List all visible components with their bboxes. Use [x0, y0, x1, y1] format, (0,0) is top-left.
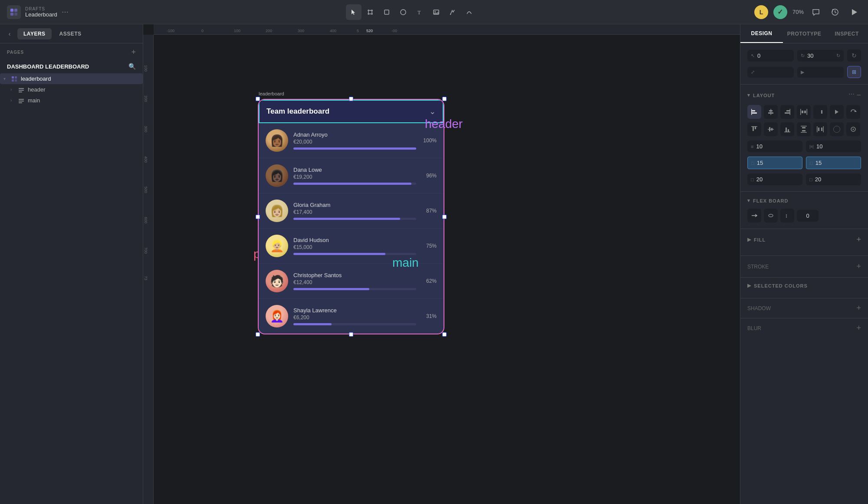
align-left[interactable]: [747, 105, 761, 119]
tab-inspect[interactable]: INSPECT: [825, 24, 868, 43]
tool-select[interactable]: [346, 4, 362, 20]
add-page-button[interactable]: +: [131, 48, 136, 57]
distribute-h[interactable]: [797, 105, 811, 119]
layers-tab[interactable]: LAYERS: [17, 28, 52, 39]
canvas-area[interactable]: -100 0 100 200 300 400 5 520 -00 100 200…: [143, 24, 740, 504]
distribute-v[interactable]: [813, 105, 827, 119]
layer-main[interactable]: › main: [0, 95, 143, 106]
handle-ml[interactable]: [256, 215, 260, 219]
leaderboard-card: Team leaderboard ⌄ 👩🏾 Adna: [258, 99, 444, 334]
layout-overflow[interactable]: [830, 122, 844, 136]
count-field[interactable]: |≡| 10: [806, 141, 861, 152]
handle-mr[interactable]: [442, 215, 447, 219]
leaderboard-row[interactable]: 👱🏼 David Hudson €15,000 75%: [259, 229, 444, 264]
tab-prototype[interactable]: PROTOTYPE: [783, 24, 825, 43]
history-button[interactable]: [828, 5, 842, 19]
gap-field[interactable]: ≡ 10: [747, 141, 802, 152]
pad-left-field[interactable]: □ 20: [806, 173, 861, 185]
leaderboard-row[interactable]: 👩🏿 Dana Lowe €19,200 96%: [259, 158, 444, 193]
handle-bm[interactable]: [349, 332, 353, 337]
position-row: ↖ 0 ↻ 30 ↻ ↻: [747, 49, 861, 62]
selected-colors-chevron: ▶: [747, 283, 751, 288]
align-refresh[interactable]: [846, 105, 860, 119]
assets-tab[interactable]: ASSETS: [53, 28, 88, 39]
y-field[interactable]: ↻ 30 ↻: [797, 50, 844, 62]
leaderboard-row[interactable]: 👩🏻‍🦰 Shayla Lawrence €6,200 31%: [259, 299, 444, 334]
fill-add-button[interactable]: +: [856, 235, 861, 244]
layer-leaderboard[interactable]: ▾ leaderboard: [0, 73, 143, 84]
svg-rect-42: [768, 129, 774, 130]
w-field[interactable]: ⤢: [747, 67, 794, 78]
row-3-bar-fill: [293, 218, 400, 220]
pad-bottom-field[interactable]: □ 20: [747, 173, 802, 185]
app-menu-button[interactable]: ⋯: [62, 8, 69, 16]
leaderboard-row[interactable]: 🧑🏻 Christopher Santos €12,400 62%: [259, 264, 444, 299]
tool-image[interactable]: [428, 4, 444, 20]
svg-rect-3: [14, 13, 17, 16]
leaderboard-frame[interactable]: leaderboard Team leaderboard: [258, 91, 444, 334]
stroke-add-button[interactable]: +: [856, 262, 861, 271]
user-avatar-1[interactable]: L: [754, 5, 768, 19]
pages-label[interactable]: PAGES: [7, 50, 24, 55]
page-dashboard[interactable]: DASHBOARD LEADERBOARD 🔍: [0, 59, 143, 73]
align-bottom[interactable]: [780, 122, 794, 136]
row-2-amount: €19,200: [293, 174, 416, 180]
svg-rect-44: [788, 129, 789, 132]
constrain-button[interactable]: ⊞: [847, 66, 861, 78]
flex-text-btn[interactable]: I: [780, 209, 794, 223]
layout-minus-icon[interactable]: −: [856, 91, 861, 100]
row-4-pct: 75%: [421, 243, 437, 249]
dist-col[interactable]: [813, 122, 827, 136]
flex-oval-btn[interactable]: [764, 209, 778, 223]
shadow-add-button[interactable]: +: [856, 304, 861, 313]
size-row: ⤢ ▶ ⊞: [747, 66, 861, 78]
svg-rect-21: [19, 102, 22, 103]
selected-colors-header[interactable]: ▶ SELECTED COLORS: [747, 283, 861, 288]
comment-button[interactable]: [809, 5, 823, 19]
flex-value[interactable]: 0: [797, 210, 819, 222]
padding-row-1: □ 15 □ 15: [747, 157, 861, 169]
tool-text[interactable]: T: [412, 4, 427, 20]
page-search-icon[interactable]: 🔍: [128, 63, 136, 70]
tool-ellipse[interactable]: [395, 4, 411, 20]
align-center-v[interactable]: [764, 122, 778, 136]
x-field[interactable]: ↖ 0: [747, 50, 794, 62]
svg-point-5: [401, 10, 406, 15]
layer-header[interactable]: › header: [0, 84, 143, 95]
zoom-control[interactable]: 70%: [792, 9, 804, 15]
card-header-dropdown-icon[interactable]: ⌄: [429, 107, 436, 116]
tool-rect[interactable]: [379, 4, 395, 20]
pad-right-field[interactable]: □ 15: [806, 157, 861, 169]
align-center-h[interactable]: [764, 105, 778, 119]
layout-row-2: [747, 122, 861, 136]
align-left-2[interactable]: [830, 105, 844, 119]
svg-point-9: [450, 13, 451, 14]
play-button[interactable]: [847, 5, 861, 19]
handle-bl[interactable]: [256, 332, 260, 337]
leaderboard-row[interactable]: 👩🏼 Gloria Graham €17,400 87%: [259, 193, 444, 229]
handle-tm[interactable]: [349, 97, 353, 101]
align-right[interactable]: [780, 105, 794, 119]
panel-back-button[interactable]: ‹: [3, 28, 16, 40]
svg-rect-30: [790, 109, 791, 115]
handle-tl[interactable]: [256, 97, 260, 101]
leaderboard-row[interactable]: 👩🏾 Adnan Arroyo €20,000 100%: [259, 123, 444, 158]
app-logo[interactable]: [7, 5, 21, 19]
user-avatar-2[interactable]: ✓: [773, 5, 787, 19]
handle-br[interactable]: [442, 332, 447, 337]
align-top[interactable]: [747, 122, 761, 136]
layout-extra[interactable]: [846, 122, 860, 136]
layout-label: LAYOUT: [753, 93, 775, 98]
h-field[interactable]: ▶: [797, 67, 844, 78]
pad-top-field[interactable]: □ 15: [747, 157, 802, 169]
blur-add-button[interactable]: +: [856, 324, 861, 333]
tool-frame[interactable]: [362, 4, 378, 20]
flex-h-btn[interactable]: [747, 209, 761, 223]
tool-pen[interactable]: [445, 4, 460, 20]
link-field[interactable]: ↻: [847, 49, 861, 62]
dist-row[interactable]: [797, 122, 811, 136]
tab-design[interactable]: DESIGN: [740, 24, 783, 43]
layout-more-icon[interactable]: ⋯: [848, 91, 855, 100]
handle-tr[interactable]: [442, 97, 447, 101]
tool-path[interactable]: [461, 4, 477, 20]
